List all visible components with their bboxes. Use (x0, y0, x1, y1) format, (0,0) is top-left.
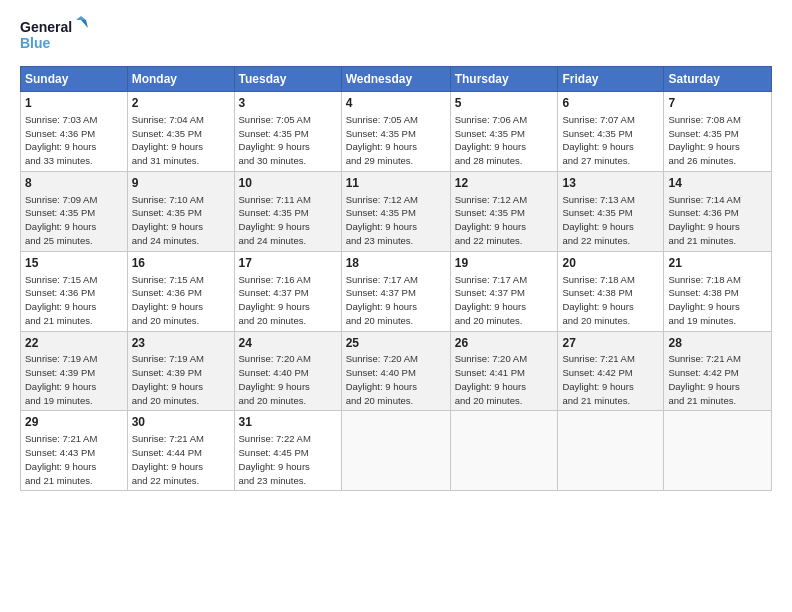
day-number: 16 (132, 255, 230, 272)
calendar-cell: 26Sunrise: 7:20 AMSunset: 4:41 PMDayligh… (450, 331, 558, 411)
day-info: Sunrise: 7:21 AMSunset: 4:42 PMDaylight:… (562, 352, 659, 407)
calendar-cell: 11Sunrise: 7:12 AMSunset: 4:35 PMDayligh… (341, 171, 450, 251)
calendar-cell: 8Sunrise: 7:09 AMSunset: 4:35 PMDaylight… (21, 171, 128, 251)
calendar-cell: 22Sunrise: 7:19 AMSunset: 4:39 PMDayligh… (21, 331, 128, 411)
calendar-cell: 27Sunrise: 7:21 AMSunset: 4:42 PMDayligh… (558, 331, 664, 411)
calendar-cell: 19Sunrise: 7:17 AMSunset: 4:37 PMDayligh… (450, 251, 558, 331)
day-number: 30 (132, 414, 230, 431)
day-info: Sunrise: 7:09 AMSunset: 4:35 PMDaylight:… (25, 193, 123, 248)
day-info: Sunrise: 7:15 AMSunset: 4:36 PMDaylight:… (25, 273, 123, 328)
day-info: Sunrise: 7:13 AMSunset: 4:35 PMDaylight:… (562, 193, 659, 248)
day-number: 19 (455, 255, 554, 272)
day-info: Sunrise: 7:12 AMSunset: 4:35 PMDaylight:… (455, 193, 554, 248)
day-info: Sunrise: 7:05 AMSunset: 4:35 PMDaylight:… (346, 113, 446, 168)
day-info: Sunrise: 7:20 AMSunset: 4:40 PMDaylight:… (346, 352, 446, 407)
calendar-cell: 6Sunrise: 7:07 AMSunset: 4:35 PMDaylight… (558, 92, 664, 172)
calendar-cell: 30Sunrise: 7:21 AMSunset: 4:44 PMDayligh… (127, 411, 234, 491)
day-info: Sunrise: 7:12 AMSunset: 4:35 PMDaylight:… (346, 193, 446, 248)
day-number: 5 (455, 95, 554, 112)
day-info: Sunrise: 7:21 AMSunset: 4:43 PMDaylight:… (25, 432, 123, 487)
svg-marker-2 (76, 16, 86, 20)
day-number: 26 (455, 335, 554, 352)
calendar-table: SundayMondayTuesdayWednesdayThursdayFrid… (20, 66, 772, 491)
day-number: 24 (239, 335, 337, 352)
header-friday: Friday (558, 67, 664, 92)
day-info: Sunrise: 7:18 AMSunset: 4:38 PMDaylight:… (562, 273, 659, 328)
calendar-cell: 25Sunrise: 7:20 AMSunset: 4:40 PMDayligh… (341, 331, 450, 411)
header-saturday: Saturday (664, 67, 772, 92)
day-info: Sunrise: 7:05 AMSunset: 4:35 PMDaylight:… (239, 113, 337, 168)
calendar-cell: 20Sunrise: 7:18 AMSunset: 4:38 PMDayligh… (558, 251, 664, 331)
day-info: Sunrise: 7:14 AMSunset: 4:36 PMDaylight:… (668, 193, 767, 248)
logo-svg: General Blue (20, 16, 90, 58)
calendar-cell (341, 411, 450, 491)
page-header: General Blue (20, 16, 772, 58)
day-number: 3 (239, 95, 337, 112)
header-monday: Monday (127, 67, 234, 92)
day-number: 18 (346, 255, 446, 272)
day-number: 17 (239, 255, 337, 272)
day-info: Sunrise: 7:22 AMSunset: 4:45 PMDaylight:… (239, 432, 337, 487)
calendar-cell: 21Sunrise: 7:18 AMSunset: 4:38 PMDayligh… (664, 251, 772, 331)
day-info: Sunrise: 7:10 AMSunset: 4:35 PMDaylight:… (132, 193, 230, 248)
calendar-cell: 17Sunrise: 7:16 AMSunset: 4:37 PMDayligh… (234, 251, 341, 331)
calendar-cell: 9Sunrise: 7:10 AMSunset: 4:35 PMDaylight… (127, 171, 234, 251)
day-info: Sunrise: 7:06 AMSunset: 4:35 PMDaylight:… (455, 113, 554, 168)
week-row-5: 29Sunrise: 7:21 AMSunset: 4:43 PMDayligh… (21, 411, 772, 491)
day-info: Sunrise: 7:19 AMSunset: 4:39 PMDaylight:… (132, 352, 230, 407)
calendar-cell: 4Sunrise: 7:05 AMSunset: 4:35 PMDaylight… (341, 92, 450, 172)
calendar-cell: 15Sunrise: 7:15 AMSunset: 4:36 PMDayligh… (21, 251, 128, 331)
week-row-2: 8Sunrise: 7:09 AMSunset: 4:35 PMDaylight… (21, 171, 772, 251)
day-number: 25 (346, 335, 446, 352)
day-number: 6 (562, 95, 659, 112)
day-number: 28 (668, 335, 767, 352)
calendar-cell: 3Sunrise: 7:05 AMSunset: 4:35 PMDaylight… (234, 92, 341, 172)
day-number: 8 (25, 175, 123, 192)
day-number: 20 (562, 255, 659, 272)
day-number: 27 (562, 335, 659, 352)
day-number: 14 (668, 175, 767, 192)
day-number: 13 (562, 175, 659, 192)
calendar-cell: 10Sunrise: 7:11 AMSunset: 4:35 PMDayligh… (234, 171, 341, 251)
day-number: 2 (132, 95, 230, 112)
calendar-cell: 23Sunrise: 7:19 AMSunset: 4:39 PMDayligh… (127, 331, 234, 411)
calendar-cell: 5Sunrise: 7:06 AMSunset: 4:35 PMDaylight… (450, 92, 558, 172)
calendar-cell (450, 411, 558, 491)
day-number: 23 (132, 335, 230, 352)
calendar-cell: 13Sunrise: 7:13 AMSunset: 4:35 PMDayligh… (558, 171, 664, 251)
week-row-3: 15Sunrise: 7:15 AMSunset: 4:36 PMDayligh… (21, 251, 772, 331)
calendar-cell: 14Sunrise: 7:14 AMSunset: 4:36 PMDayligh… (664, 171, 772, 251)
day-number: 11 (346, 175, 446, 192)
day-info: Sunrise: 7:07 AMSunset: 4:35 PMDaylight:… (562, 113, 659, 168)
header-thursday: Thursday (450, 67, 558, 92)
day-info: Sunrise: 7:17 AMSunset: 4:37 PMDaylight:… (455, 273, 554, 328)
header-tuesday: Tuesday (234, 67, 341, 92)
day-number: 15 (25, 255, 123, 272)
svg-marker-3 (81, 20, 88, 28)
week-row-1: 1Sunrise: 7:03 AMSunset: 4:36 PMDaylight… (21, 92, 772, 172)
day-number: 1 (25, 95, 123, 112)
day-info: Sunrise: 7:04 AMSunset: 4:35 PMDaylight:… (132, 113, 230, 168)
day-number: 4 (346, 95, 446, 112)
day-info: Sunrise: 7:03 AMSunset: 4:36 PMDaylight:… (25, 113, 123, 168)
calendar-cell: 28Sunrise: 7:21 AMSunset: 4:42 PMDayligh… (664, 331, 772, 411)
day-info: Sunrise: 7:21 AMSunset: 4:42 PMDaylight:… (668, 352, 767, 407)
calendar-cell: 24Sunrise: 7:20 AMSunset: 4:40 PMDayligh… (234, 331, 341, 411)
day-info: Sunrise: 7:11 AMSunset: 4:35 PMDaylight:… (239, 193, 337, 248)
svg-text:Blue: Blue (20, 35, 51, 51)
day-number: 31 (239, 414, 337, 431)
calendar-cell: 31Sunrise: 7:22 AMSunset: 4:45 PMDayligh… (234, 411, 341, 491)
header-sunday: Sunday (21, 67, 128, 92)
calendar-cell: 12Sunrise: 7:12 AMSunset: 4:35 PMDayligh… (450, 171, 558, 251)
calendar-cell (558, 411, 664, 491)
day-number: 9 (132, 175, 230, 192)
logo: General Blue (20, 16, 90, 58)
day-info: Sunrise: 7:21 AMSunset: 4:44 PMDaylight:… (132, 432, 230, 487)
calendar-cell: 1Sunrise: 7:03 AMSunset: 4:36 PMDaylight… (21, 92, 128, 172)
week-row-4: 22Sunrise: 7:19 AMSunset: 4:39 PMDayligh… (21, 331, 772, 411)
calendar-header-row: SundayMondayTuesdayWednesdayThursdayFrid… (21, 67, 772, 92)
day-info: Sunrise: 7:16 AMSunset: 4:37 PMDaylight:… (239, 273, 337, 328)
day-info: Sunrise: 7:20 AMSunset: 4:40 PMDaylight:… (239, 352, 337, 407)
calendar-cell (664, 411, 772, 491)
svg-text:General: General (20, 19, 72, 35)
